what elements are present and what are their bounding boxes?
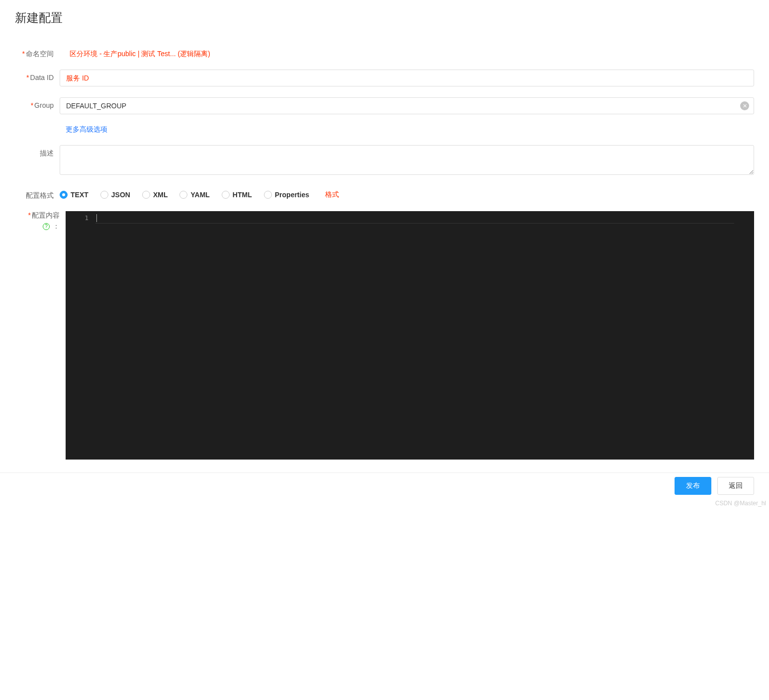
- footer-bar: 发布 返回: [0, 472, 769, 499]
- publish-button[interactable]: 发布: [675, 477, 711, 495]
- label-description: 描述: [15, 145, 60, 158]
- radio-yaml[interactable]: YAML: [179, 191, 209, 199]
- watermark: CSDN @Master_hl: [0, 499, 769, 509]
- group-input[interactable]: [60, 97, 754, 114]
- radio-circle-icon: [142, 191, 150, 199]
- row-format: 配置格式 TEXT JSON XML YAML: [15, 187, 754, 200]
- back-button[interactable]: 返回: [717, 477, 754, 495]
- editor-gutter: 1: [66, 211, 95, 460]
- code-editor[interactable]: 1: [66, 211, 754, 460]
- radio-circle-icon: [222, 191, 230, 199]
- label-data-id: *Data ID: [15, 70, 60, 81]
- radio-circle-icon: [100, 191, 108, 199]
- editor-cursor: [96, 214, 97, 222]
- data-id-input[interactable]: [60, 70, 754, 86]
- radio-properties[interactable]: Properties: [264, 191, 309, 199]
- more-options-link[interactable]: 更多高级选项: [66, 125, 107, 134]
- radio-xml[interactable]: XML: [142, 191, 168, 199]
- label-format: 配置格式: [15, 187, 60, 200]
- format-annotation: 格式: [325, 190, 339, 199]
- radio-json[interactable]: JSON: [100, 191, 130, 199]
- editor-line-border: [95, 223, 734, 224]
- row-content: *配置内容 ? ： 1: [15, 211, 754, 460]
- label-group: *Group: [15, 97, 60, 109]
- radio-circle-icon: [264, 191, 272, 199]
- clear-icon[interactable]: ✕: [740, 101, 749, 110]
- namespace-annotation: 区分环境 - 生产public | 测试 Test... (逻辑隔离): [70, 46, 210, 59]
- row-data-id: *Data ID: [15, 70, 754, 86]
- format-radio-group: TEXT JSON XML YAML HTML: [60, 187, 754, 199]
- page-title: 新建配置: [15, 10, 754, 26]
- editor-area[interactable]: [95, 211, 754, 460]
- radio-text[interactable]: TEXT: [60, 191, 88, 199]
- colon: ：: [53, 222, 60, 231]
- radio-circle-icon: [60, 191, 68, 199]
- radio-html[interactable]: HTML: [222, 191, 252, 199]
- row-description: 描述: [15, 145, 754, 176]
- help-icon[interactable]: ?: [43, 223, 50, 230]
- row-namespace: *命名空间 区分环境 - 生产public | 测试 Test... (逻辑隔离…: [15, 46, 754, 59]
- radio-circle-icon: [179, 191, 187, 199]
- label-namespace: *命名空间: [15, 46, 60, 59]
- label-content: *配置内容 ? ：: [15, 211, 60, 460]
- row-group: *Group ✕: [15, 97, 754, 114]
- description-textarea[interactable]: [60, 145, 754, 175]
